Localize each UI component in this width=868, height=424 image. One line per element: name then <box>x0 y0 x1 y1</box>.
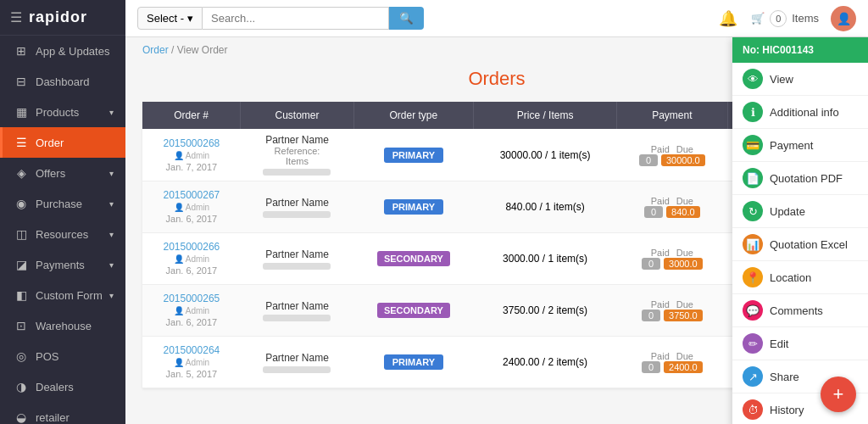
due-value: 3000.0 <box>664 258 703 270</box>
sidebar-item-resources[interactable]: ◫ Resources ▾ <box>0 219 125 249</box>
chevron-icon: ▾ <box>109 199 114 209</box>
sidebar-item-offers[interactable]: ◈ Offers ▾ <box>0 158 125 188</box>
sidebar-icon-custom-form: ◧ <box>14 288 28 302</box>
sidebar-label-resources: Resources <box>36 228 88 241</box>
customer-cell: Partner Name Reference:Items <box>241 129 353 181</box>
sidebar-item-payments[interactable]: ◪ Payments ▾ <box>0 249 125 280</box>
select-label: Select - <box>147 12 184 25</box>
payment-cell: PaidDue 0 840.0 <box>617 181 727 233</box>
badge-secondary: SECONDARY <box>377 251 450 266</box>
customer-name: Partner Name <box>249 134 345 146</box>
price-cell: 3750.00 / 2 item(s) <box>474 285 617 337</box>
order-link[interactable]: 2015000268 <box>164 137 220 149</box>
sidebar-icon-resources: ◫ <box>14 227 28 241</box>
order-date: Jan. 6, 2017 <box>166 265 218 276</box>
chevron-icon: ▾ <box>109 291 114 300</box>
dropdown-item-location[interactable]: 📍 Location <box>732 261 868 294</box>
sidebar-label-retailer: retailer <box>36 411 70 424</box>
sidebar-item-app-updates[interactable]: ⊞ App & Updates <box>0 36 125 66</box>
order-type-cell: SECONDARY <box>353 285 473 337</box>
order-type-cell: SECONDARY <box>353 233 473 285</box>
dropdown-item-additional-info[interactable]: ℹ Additional info <box>732 96 868 129</box>
sidebar-item-dealers[interactable]: ◑ Dealers <box>0 371 125 402</box>
chevron-icon: ▾ <box>109 108 114 117</box>
breadcrumb-separator: / <box>171 44 177 56</box>
update-icon: ↻ <box>743 201 763 221</box>
fab-add-button[interactable]: + <box>821 377 856 412</box>
payment-cell: PaidDue 0 2400.0 <box>617 337 727 388</box>
sidebar-item-order[interactable]: ☰ Order <box>0 127 125 158</box>
order-link[interactable]: 2015000267 <box>164 189 220 201</box>
view-label: View <box>770 73 793 86</box>
cart-button[interactable]: 🛒 0 Items <box>751 10 819 27</box>
search-input[interactable] <box>203 7 389 30</box>
price-cell: 30000.00 / 1 item(s) <box>474 129 617 181</box>
filter-select[interactable]: Select - ▾ <box>137 7 203 30</box>
table-col-header: Order type <box>353 102 473 129</box>
location-icon: 📍 <box>743 267 763 287</box>
order-link[interactable]: 2015000266 <box>164 241 220 253</box>
price-cell: 2400.00 / 2 item(s) <box>474 337 617 388</box>
due-value: 2400.0 <box>664 361 703 373</box>
sidebar-item-purchase[interactable]: ◉ Purchase ▾ <box>0 188 125 219</box>
order-type-cell: PRIMARY <box>353 181 473 233</box>
sidebar-item-products[interactable]: ▦ Products ▾ <box>0 97 125 127</box>
chevron-down-icon: ▾ <box>187 12 193 25</box>
payment-label: Payment <box>770 139 813 152</box>
dropdown-item-view[interactable]: 👁 View <box>732 63 868 96</box>
order-link[interactable]: 2015000264 <box>164 344 220 356</box>
main-content: Select - ▾ 🔍 🔔 🛒 0 Items 👤 Order / View … <box>125 0 868 424</box>
paid-value: 0 <box>642 258 660 270</box>
sidebar-icon-order: ☰ <box>14 136 28 149</box>
hamburger-icon[interactable]: ☰ <box>10 9 22 25</box>
dropdown-item-edit[interactable]: ✏ Edit <box>732 327 868 360</box>
sidebar-item-retailer[interactable]: ◒ retailer <box>0 402 125 424</box>
quotation-pdf-icon: 📄 <box>743 168 763 188</box>
comments-label: Comments <box>770 304 823 317</box>
sidebar-item-warehouse[interactable]: ⊡ Warehouse <box>0 310 125 341</box>
customer-name: Partner Name <box>249 352 345 364</box>
sidebar-icon-products: ▦ <box>14 105 28 119</box>
order-id-cell: 2015000265 👤 Admin Jan. 6, 2017 <box>142 285 241 337</box>
sidebar-label-order: Order <box>36 137 64 149</box>
notification-bell[interactable]: 🔔 <box>719 9 737 28</box>
sidebar-logo: ☰ rapidor <box>0 0 125 36</box>
payment-cell: PaidDue 0 30000.0 <box>617 129 727 181</box>
order-id-cell: 2015000267 👤 Admin Jan. 6, 2017 <box>142 181 241 233</box>
sidebar-item-custom-form[interactable]: ◧ Custom Form ▾ <box>0 280 125 310</box>
sidebar-label-offers: Offers <box>36 167 65 180</box>
dropdown-item-quotation-pdf[interactable]: 📄 Quotation PDF <box>732 162 868 195</box>
payment-cell: PaidDue 0 3000.0 <box>617 233 727 285</box>
sidebar-label-app-updates: App & Updates <box>36 45 109 58</box>
price-cell: 3000.00 / 1 item(s) <box>474 233 617 285</box>
dropdown-item-payment[interactable]: 💳 Payment <box>732 129 868 162</box>
customer-cell: Partner Name <box>241 233 353 285</box>
sidebar-label-purchase: Purchase <box>36 198 82 210</box>
avatar[interactable]: 👤 <box>831 6 856 31</box>
sidebar-label-custom-form: Custom Form <box>36 289 103 302</box>
view-icon: 👁 <box>743 69 763 89</box>
sidebar-icon-retailer: ◒ <box>14 410 28 424</box>
breadcrumb-parent[interactable]: Order <box>142 44 169 56</box>
dropdown-header: No: HIC001143 <box>732 37 868 63</box>
action-dropdown-panel: No: HIC001143 👁 View ℹ Additional info 💳… <box>732 37 868 424</box>
location-label: Location <box>770 271 811 284</box>
sidebar-item-dashboard[interactable]: ⊟ Dashboard <box>0 66 125 97</box>
customer-cell: Partner Name <box>241 285 353 337</box>
dropdown-item-update[interactable]: ↻ Update <box>732 195 868 228</box>
edit-label: Edit <box>770 338 788 350</box>
sidebar-icon-offers: ◈ <box>14 166 28 180</box>
dropdown-item-quotation-excel[interactable]: 📊 Quotation Excel <box>732 228 868 261</box>
sidebar-item-pos[interactable]: ◎ POS <box>0 341 125 371</box>
badge-primary: PRIMARY <box>384 354 443 370</box>
search-button[interactable]: 🔍 <box>389 7 424 30</box>
order-link[interactable]: 2015000265 <box>164 293 220 304</box>
history-label: History <box>770 404 804 416</box>
share-icon: ↗ <box>743 366 763 387</box>
order-date: Jan. 6, 2017 <box>166 214 218 224</box>
payment-icon: 💳 <box>743 135 763 155</box>
customer-name: Partner Name <box>249 197 345 209</box>
order-date: Jan. 5, 2017 <box>166 369 218 379</box>
dropdown-item-comments[interactable]: 💬 Comments <box>732 294 868 327</box>
table-col-header: Order # <box>142 102 241 129</box>
